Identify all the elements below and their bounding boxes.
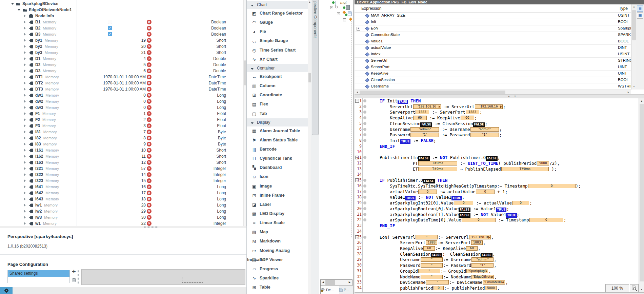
scroll-up-arrow[interactable]: ▲ <box>639 100 644 102</box>
delete-tag-icon[interactable]: ✕ <box>147 99 152 104</box>
monitor-value-box[interactable]: 1883 <box>416 110 429 114</box>
monitor-value-box[interactable]: "admin" <box>471 257 494 262</box>
scrollbar-thumb[interactable] <box>632 10 636 40</box>
toolbox-item-label[interactable]: ◪Label <box>247 200 308 209</box>
tree-collapse-box[interactable]: − <box>337 12 340 15</box>
toolbox-item-linear-scale[interactable]: ≡Linear Scale <box>247 218 308 228</box>
delete-tag-icon[interactable]: ✕ <box>147 172 152 177</box>
toolbox-item-dashboard[interactable]: ▚Dashboard <box>247 163 308 172</box>
delete-page-button[interactable] <box>72 277 76 283</box>
delete-tag-icon[interactable]: ✕ <box>147 75 152 79</box>
expand-arrow-icon[interactable] <box>24 70 26 72</box>
tag-row-lw1[interactable]: lw1Memory28✕Long <box>0 202 246 208</box>
declaration-hscrollbar[interactable]: ◄ ► <box>355 90 631 95</box>
delete-tag-icon[interactable]: ✕ <box>147 184 152 189</box>
delete-tag-icon[interactable]: ✕ <box>147 209 152 214</box>
collapse-arrow-icon[interactable] <box>18 9 20 11</box>
expand-arrow-icon[interactable] <box>24 57 26 60</box>
tag-row-i641[interactable]: I641Memory16✕Long <box>0 184 246 190</box>
delete-tag-icon[interactable]: ✕ <box>147 93 152 98</box>
tag-row-d1[interactable]: D1Memory4✕Double <box>0 56 246 62</box>
monitor-value-box[interactable]: 0 <box>529 218 563 222</box>
expand-arrow-icon[interactable] <box>24 51 26 54</box>
tag-row-lw3[interactable]: lw3Memory30✕Long <box>0 214 246 220</box>
tag-row-i322[interactable]: I322Memory14✕Integer <box>0 172 246 178</box>
monitor-value-box[interactable]: 0 <box>476 190 495 194</box>
tag-checkbox[interactable] <box>108 20 112 24</box>
delete-tag-icon[interactable]: ✕ <box>147 32 152 37</box>
monitor-value-box[interactable]: " <box>421 263 443 268</box>
declaration-row-keepalive[interactable]: KeepAliveUINT <box>355 71 631 77</box>
expand-arrow-icon[interactable] <box>24 198 26 200</box>
delete-tag-icon[interactable]: ✕ <box>147 123 152 128</box>
monitor-value-box[interactable]: 1883 <box>466 110 479 114</box>
delete-tag-icon[interactable]: ✕ <box>147 105 152 110</box>
device-node-label[interactable]: mqt <box>340 0 346 4</box>
tag-row-b3[interactable]: B3Memory✓✕Boolean <box>0 31 246 37</box>
delete-tag-icon[interactable]: ✕ <box>147 130 152 134</box>
expand-arrow-icon[interactable] <box>24 185 26 188</box>
toolbox-item-barcode[interactable]: |||Barcode <box>247 145 308 154</box>
expand-arrow-icon[interactable] <box>24 106 26 109</box>
monitor-value-box[interactable]: '192.168.16 <box>475 104 503 109</box>
scrollbar-thumb[interactable] <box>244 60 246 85</box>
expand-arrow-icon[interactable] <box>24 33 26 36</box>
monitor-value-box[interactable]: "1" <box>471 263 494 268</box>
expand-arrow-icon[interactable] <box>24 222 26 225</box>
scroll-up-arrow[interactable]: ▲ <box>631 5 637 8</box>
breakpoint-dot[interactable] <box>363 139 366 142</box>
monitor-value-box[interactable]: "admin" <box>470 127 499 132</box>
monitor-value-box[interactable]: 5000 <box>537 161 549 165</box>
monitor-value-box[interactable]: 0 <box>462 218 496 222</box>
tag-row-edgeofnetworknode1[interactable]: EdgeOfNetworkNode1 <box>0 7 246 13</box>
delete-tag-icon[interactable]: ✕ <box>147 197 152 201</box>
scrollbar-thumb[interactable] <box>308 73 311 82</box>
tag-row-i81[interactable]: I81Memory7✕Byte <box>0 129 246 135</box>
expand-arrow-icon[interactable] <box>24 167 26 170</box>
monitor-value-box[interactable]: "1" <box>470 133 499 137</box>
splitter-grip[interactable] <box>144 227 159 228</box>
expand-arrow-icon[interactable] <box>24 63 26 66</box>
declaration-row-actualvalue[interactable]: actualValueDINT <box>355 45 631 51</box>
monitor-value-box[interactable]: 0 <box>528 184 576 188</box>
delete-tag-icon[interactable]: ✕ <box>147 148 152 153</box>
scroll-left-arrow[interactable]: ◄ <box>322 280 325 284</box>
toolbox-item-alarm-status-table[interactable]: ⚑Alarm Status Table <box>247 136 308 145</box>
list-resize-grip[interactable] <box>78 270 79 284</box>
expand-arrow-icon[interactable] <box>24 15 26 17</box>
expand-arrow-icon[interactable] <box>24 118 26 121</box>
list-item-shared-settings[interactable]: Shared settings <box>8 270 69 277</box>
monitor-value-box[interactable]: 60 <box>461 116 474 120</box>
monitor-value-box[interactable]: 0 <box>434 286 444 290</box>
toolbox-item-pie[interactable]: ◕Pie <box>247 27 308 36</box>
tag-row-i323[interactable]: I323Memory15✕Integer <box>0 178 246 184</box>
monitor-value-box[interactable]: '' <box>416 235 438 239</box>
expand-arrow-icon[interactable] <box>24 155 26 158</box>
breakpoint-dot[interactable] <box>363 122 366 125</box>
monitor-value-box[interactable]: " <box>421 275 443 279</box>
column-header-type[interactable]: Type <box>619 6 628 11</box>
expand-arrow-icon[interactable] <box>24 94 26 97</box>
breakpoint-dot[interactable] <box>363 207 366 210</box>
delete-tag-icon[interactable]: ✕ <box>147 20 152 24</box>
expand-arrow-icon[interactable] <box>24 88 26 91</box>
toolbox-item-breakpoint[interactable]: ↔Breakpoint <box>247 72 308 81</box>
editor-zoom-control[interactable]: 100 % <box>605 284 629 292</box>
tag-panel-scrollbar[interactable] <box>243 0 246 226</box>
expand-arrow-icon[interactable] <box>24 192 26 194</box>
toolbox-item-column[interactable]: ▥Column <box>247 81 308 91</box>
toolbox-item-image[interactable]: ▣Image <box>247 182 308 191</box>
scrollbar-thumb[interactable] <box>325 280 335 285</box>
scroll-down-arrow[interactable]: ▼ <box>639 288 644 291</box>
tag-row-i162[interactable]: I162Memory11✕Short <box>0 153 246 159</box>
delete-tag-icon[interactable]: ✕ <box>147 44 152 49</box>
monitor-value-box[interactable]: "EmulatedDe <box>483 280 505 285</box>
delete-tag-icon[interactable]: ✕ <box>147 154 152 159</box>
breakpoint-dot[interactable] <box>363 179 366 182</box>
tag-row-i161[interactable]: I161Memory10✕Short <box>0 147 246 153</box>
editor-splitter[interactable]: ▲ ▼ <box>355 94 644 98</box>
collapse-up-arrow[interactable]: ▲ <box>508 95 510 97</box>
toolbox-item-map[interactable]: ▧Map <box>247 228 308 237</box>
declaration-row-serverport[interactable]: ServerPortUINT <box>355 64 631 71</box>
settings-tab[interactable] <box>0 287 13 294</box>
